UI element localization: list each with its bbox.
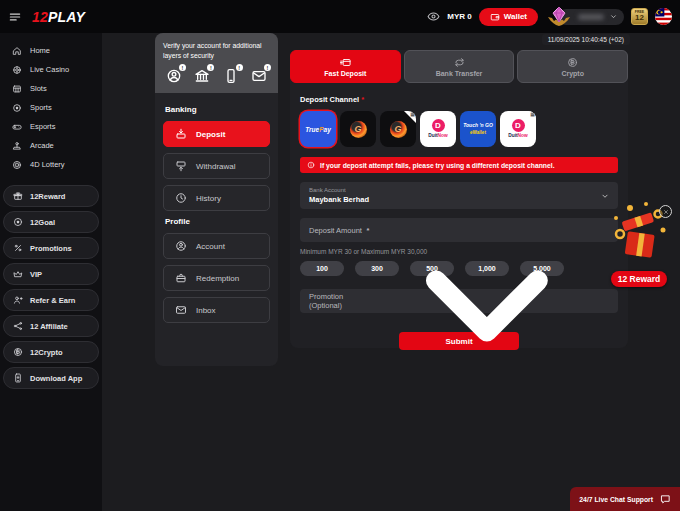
crypto-icon	[13, 347, 23, 357]
deposit-warning-banner: If your deposit attempt fails, please tr…	[300, 157, 618, 173]
session-timestamp: 11/09/2025 10:40:45 (+02)	[542, 34, 630, 45]
sidebar-item-12-affiliate[interactable]: 12 Affiliate	[3, 315, 99, 337]
verify-alert-badge: !	[236, 64, 243, 71]
reward-popup: 12 Reward	[606, 200, 672, 287]
chevron-down-icon	[365, 179, 609, 423]
lottery-icon	[12, 160, 22, 170]
profile-section-title: Profile	[165, 217, 270, 226]
channel-touchngo[interactable]: Touch 'n GO eWallet	[460, 111, 496, 147]
deposit-button[interactable]: Deposit	[163, 121, 270, 147]
chevron-down-icon	[609, 12, 618, 21]
history-button[interactable]: History	[163, 185, 270, 211]
qr-icon: ▦	[410, 111, 415, 117]
sidebar-item-promotions[interactable]: Promotions	[3, 237, 99, 259]
goal-icon	[13, 217, 23, 227]
g-logo: G	[350, 121, 367, 138]
info-icon	[307, 161, 315, 169]
reward-label[interactable]: 12 Reward	[611, 271, 668, 287]
chat-bubble-icon	[660, 494, 671, 505]
channel-duitnow[interactable]: D DuitNow	[420, 111, 456, 147]
tab-fast-deposit[interactable]: Fast Deposit	[290, 50, 401, 83]
deposit-channel-label: Deposit Channel *	[300, 95, 618, 104]
tab-crypto[interactable]: Crypto	[517, 50, 628, 83]
redemption-button[interactable]: Redemption	[163, 265, 270, 291]
inbox-icon	[175, 304, 187, 316]
sidebar-item-home[interactable]: Home	[0, 41, 102, 60]
reward-icon	[13, 191, 23, 201]
sidebar-item-12reward[interactable]: 12Reward	[3, 185, 99, 207]
sidebar-item-arcade[interactable]: Arcade	[0, 136, 102, 155]
inbox-button[interactable]: Inbox	[163, 297, 270, 323]
download-icon	[13, 373, 23, 383]
sidebar-item-vip[interactable]: VIP	[3, 263, 99, 285]
sidebar-item-12goal[interactable]: 12Goal	[3, 211, 99, 233]
wallet-label: Wallet	[504, 12, 527, 21]
affiliate-icon	[13, 321, 23, 331]
vip-icon	[13, 269, 23, 279]
crypto-tab-icon	[567, 57, 578, 68]
verify-bank[interactable]: !	[194, 68, 210, 84]
menu-icon[interactable]	[8, 10, 22, 24]
sidebar-item-refer-earn[interactable]: Refer & Earn	[3, 289, 99, 311]
header: 12PLAY MYR 0 Wallet FREE 12	[0, 0, 680, 33]
close-icon[interactable]	[659, 205, 672, 218]
sidebar-item-4d-lottery[interactable]: 4D Lottery	[0, 155, 102, 174]
verify-alert-badge: !	[264, 64, 271, 71]
verify-phone[interactable]: !	[223, 68, 239, 84]
withdrawal-button[interactable]: Withdrawal	[163, 153, 270, 179]
verify-alert-badge: !	[179, 64, 186, 71]
channel-duitnow-qr[interactable]: D DuitNow ▦	[500, 111, 536, 147]
verify-text: Verify your account for additional layer…	[163, 41, 270, 60]
verify-alert-badge: !	[207, 64, 214, 71]
sidebar-item-sports[interactable]: Sports	[0, 98, 102, 117]
sidebar-item-live-casino[interactable]: Live Casino	[0, 60, 102, 79]
account-button[interactable]: Account	[163, 233, 270, 259]
channel-gpay-qr[interactable]: G ▦	[380, 111, 416, 147]
esports-icon	[12, 122, 22, 132]
duitnow-logo: D	[432, 119, 445, 132]
phone-icon	[223, 68, 239, 84]
username-blurred	[578, 14, 604, 20]
channel-truepay[interactable]: TruePay	[300, 111, 336, 147]
tab-bank-transfer[interactable]: Bank Transfer	[404, 50, 515, 83]
slots-icon	[12, 84, 22, 94]
sidebar: Home Live Casino Slots Sports Esports Ar…	[0, 33, 102, 511]
qr-icon: ▦	[530, 111, 535, 117]
history-icon	[175, 192, 187, 204]
verify-email[interactable]: !	[251, 68, 267, 84]
home-icon	[12, 46, 22, 56]
verify-profile[interactable]: !	[166, 68, 182, 84]
account-panel: Verify your account for additional layer…	[155, 33, 278, 366]
fast-deposit-icon	[340, 57, 351, 68]
g-logo: G	[390, 121, 407, 138]
sidebar-item-download-app[interactable]: Download App	[3, 367, 99, 389]
verify-card: Verify your account for additional layer…	[155, 33, 278, 93]
malaysia-flag-icon[interactable]	[655, 8, 672, 25]
free-credit-badge[interactable]: FREE 12	[631, 8, 648, 25]
refer-icon	[13, 295, 23, 305]
sports-icon	[12, 103, 22, 113]
deposit-icon	[175, 128, 187, 140]
channel-gpay[interactable]: G	[340, 111, 376, 147]
sidebar-item-12crypto[interactable]: 12Crypto	[3, 341, 99, 363]
deposit-panel: Fast Deposit Bank Transfer Crypto Deposi…	[290, 50, 628, 348]
promotion-select[interactable]: Promotion (Optional)	[300, 289, 618, 313]
withdrawal-icon	[175, 160, 187, 172]
duitnow-logo: D	[512, 119, 525, 132]
vip-badge-icon[interactable]	[545, 4, 573, 30]
live-chat-button[interactable]: 24/7 Live Chat Support	[570, 487, 680, 511]
app-logo[interactable]: 12PLAY	[32, 9, 85, 25]
redemption-icon	[175, 272, 187, 284]
deposit-tabs: Fast Deposit Bank Transfer Crypto	[290, 50, 628, 83]
wallet-icon	[490, 12, 500, 22]
bank-transfer-icon	[454, 57, 465, 68]
account-icon	[175, 240, 187, 252]
required-asterisk: *	[361, 95, 364, 104]
eye-icon[interactable]	[427, 10, 440, 23]
arcade-icon	[12, 141, 22, 151]
sidebar-item-esports[interactable]: Esports	[0, 117, 102, 136]
wallet-button[interactable]: Wallet	[479, 8, 538, 26]
sidebar-item-slots[interactable]: Slots	[0, 79, 102, 98]
quick-amount-button[interactable]: 100	[300, 261, 344, 276]
live-casino-icon	[12, 65, 22, 75]
